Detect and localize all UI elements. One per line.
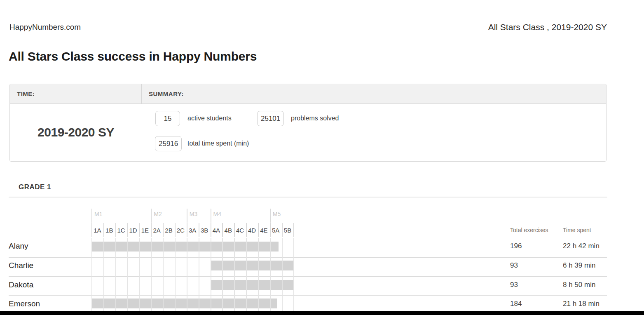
submodule-tick xyxy=(293,223,294,237)
site-name: HappyNumbers.com xyxy=(9,23,81,32)
grid-line xyxy=(139,238,140,311)
submodule-label-2c: 2C xyxy=(175,227,187,234)
student-name: Emerson xyxy=(9,299,40,308)
module-label-m3: M3 xyxy=(190,211,197,217)
grid-line xyxy=(258,238,259,311)
module-label-m2: M2 xyxy=(154,211,162,217)
time-column-header: TIME: xyxy=(10,84,142,103)
report-subtitle-class: All Stars Class xyxy=(488,22,545,32)
row-separator xyxy=(9,276,607,277)
student-time-spent: 22 h 42 min xyxy=(563,242,600,250)
grid-line xyxy=(246,238,247,311)
student-total-exercises: 93 xyxy=(510,281,518,289)
progress-bar-emerson xyxy=(91,299,277,308)
row-separator xyxy=(9,295,607,296)
module-label-m1: M1 xyxy=(94,211,102,217)
active-students-value: 15 xyxy=(164,115,172,123)
submodule-label-1d: 1D xyxy=(127,227,139,234)
total-time-value-box: 25916 xyxy=(155,136,182,151)
module-tick-m2 xyxy=(151,209,152,223)
student-total-exercises: 196 xyxy=(510,242,522,250)
active-students-label: active students xyxy=(187,115,232,122)
report-subtitle-separator: , xyxy=(544,22,552,32)
report-subtitle: All Stars Class , 2019-2020 SY xyxy=(488,22,607,32)
submodule-label-3b: 3B xyxy=(199,227,211,234)
time-period-cell: 2019-2020 SY xyxy=(10,103,142,161)
submodule-label-5b: 5B xyxy=(282,227,294,234)
grid-line xyxy=(103,238,104,311)
problems-solved-label: problems solved xyxy=(291,115,339,122)
bottom-edge-bar xyxy=(0,311,644,315)
summary-box: TIME: SUMMARY: 2019-2020 SY xyxy=(9,84,607,162)
page-title: All Stars Class success in Happy Numbers xyxy=(9,49,257,63)
grade-divider-line xyxy=(9,197,607,197)
student-time-spent: 21 h 18 min xyxy=(563,300,600,308)
student-name: Dakota xyxy=(9,280,33,289)
submodule-label-1b: 1B xyxy=(103,227,115,234)
problems-solved-value-box: 25101 xyxy=(257,111,284,126)
summary-header-row: TIME: SUMMARY: xyxy=(10,84,606,104)
module-tick-m5 xyxy=(270,209,271,223)
total-exercises-header: Total exercises xyxy=(510,227,548,233)
grid-line xyxy=(127,238,128,311)
grid-line xyxy=(115,238,116,311)
submodule-label-4d: 4D xyxy=(246,227,258,234)
grid-line xyxy=(175,238,176,311)
time-period: 2019-2020 SY xyxy=(37,125,114,139)
module-tick-m3 xyxy=(187,209,187,223)
grid-line xyxy=(187,238,187,311)
module-tick-m4 xyxy=(211,209,211,223)
grid-line xyxy=(270,238,271,311)
grid-line xyxy=(222,238,223,311)
problems-solved-value: 25101 xyxy=(261,115,280,123)
submodule-label-4c: 4C xyxy=(234,227,246,234)
module-label-m4: M4 xyxy=(213,211,221,217)
progress-bar-alany xyxy=(91,242,279,252)
report-page: HappyNumbers.com All Stars Class , 2019-… xyxy=(0,0,644,315)
total-time-value: 25916 xyxy=(159,140,178,148)
student-time-spent: 6 h 39 min xyxy=(563,261,595,270)
grade-section-title: GRADE 1 xyxy=(19,183,51,191)
module-tick-m1 xyxy=(91,209,92,223)
row-separator xyxy=(9,257,607,258)
submodule-label-2a: 2A xyxy=(151,227,163,234)
submodule-label-5a: 5A xyxy=(270,227,282,234)
grid-line xyxy=(199,238,199,311)
submodule-label-4a: 4A xyxy=(211,227,222,234)
student-total-exercises: 184 xyxy=(510,300,522,308)
submodule-label-3a: 3A xyxy=(187,227,199,234)
report-subtitle-year: 2019-2020 SY xyxy=(552,22,607,32)
submodule-label-1a: 1A xyxy=(91,227,103,234)
grid-line xyxy=(211,238,211,311)
student-name: Charlie xyxy=(9,261,33,270)
grid-line xyxy=(151,238,152,311)
grid-line xyxy=(91,238,92,311)
submodule-label-1e: 1E xyxy=(139,227,151,234)
submodule-label-4e: 4E xyxy=(258,227,270,234)
summary-column-header: SUMMARY: xyxy=(142,84,606,103)
total-time-label: total time spent (min) xyxy=(187,140,249,147)
grid-line xyxy=(293,238,294,311)
active-students-value-box: 15 xyxy=(155,111,180,126)
student-total-exercises: 93 xyxy=(510,261,518,270)
submodule-label-1c: 1C xyxy=(115,227,127,234)
grid-line xyxy=(234,238,235,311)
module-label-m5: M5 xyxy=(273,211,281,217)
submodule-label-4b: 4B xyxy=(222,227,234,234)
grid-line xyxy=(163,238,164,311)
submodule-label-2b: 2B xyxy=(163,227,175,234)
student-time-spent: 8 h 50 min xyxy=(563,281,595,289)
grid-line xyxy=(282,238,283,311)
student-name: Alany xyxy=(9,242,28,251)
time-spent-header: Time spent xyxy=(563,227,591,233)
